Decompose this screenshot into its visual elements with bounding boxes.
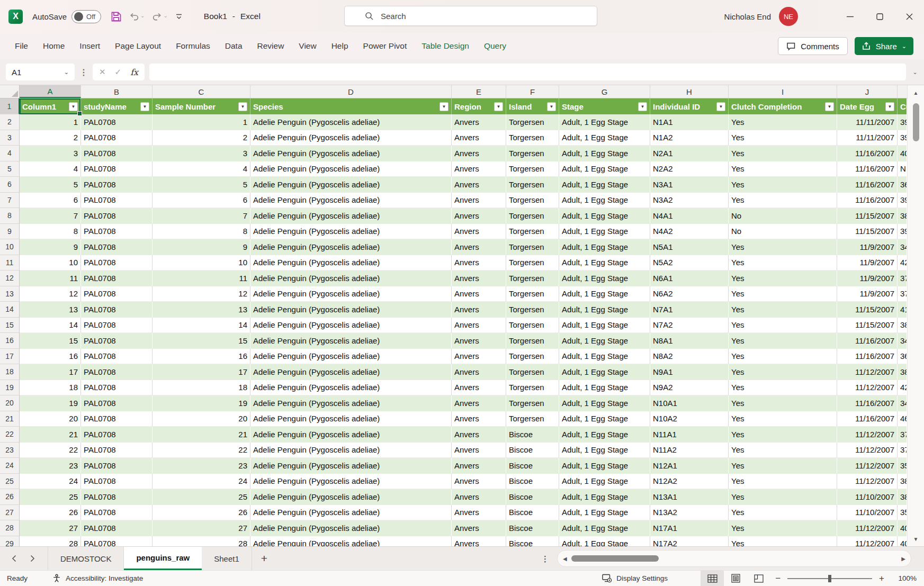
row-header-9[interactable]: 9 <box>0 224 20 240</box>
cell-F29[interactable]: Biscoe <box>506 536 559 547</box>
cell-D29[interactable]: Adelie Penguin (Pygoscelis adeliae) <box>250 536 452 547</box>
cell-K4[interactable]: 40 <box>898 146 907 161</box>
cell-E7[interactable]: Anvers <box>452 193 506 209</box>
cell-A16[interactable]: 15 <box>20 333 81 349</box>
cell-A4[interactable]: 3 <box>20 146 81 161</box>
cell-E12[interactable]: Anvers <box>452 271 506 286</box>
cell-B22[interactable]: PAL0708 <box>81 427 152 443</box>
cell-A24[interactable]: 23 <box>20 458 81 474</box>
cell-B7[interactable]: PAL0708 <box>81 193 152 209</box>
cell-D13[interactable]: Adelie Penguin (Pygoscelis adeliae) <box>250 286 452 302</box>
cell-C13[interactable]: 12 <box>152 286 250 302</box>
cell-B28[interactable]: PAL0708 <box>81 520 152 536</box>
cell-G3[interactable]: Adult, 1 Egg Stage <box>559 130 650 146</box>
row-header-18[interactable]: 18 <box>0 364 20 380</box>
cell-H14[interactable]: N7A1 <box>650 302 729 318</box>
cell-F12[interactable]: Torgersen <box>506 271 559 286</box>
header-cell-species[interactable]: Species▼ <box>250 98 452 114</box>
sheet-tab-options-icon[interactable]: ⋮ <box>541 547 549 571</box>
cell-K15[interactable]: 38 <box>898 318 907 333</box>
ribbon-tab-power-pivot[interactable]: Power Pivot <box>356 33 415 59</box>
cell-G20[interactable]: Adult, 1 Egg Stage <box>559 395 650 411</box>
cell-D7[interactable]: Adelie Penguin (Pygoscelis adeliae) <box>250 193 452 209</box>
undo-button[interactable]: ⌄ <box>129 12 145 21</box>
cell-H12[interactable]: N6A1 <box>650 271 729 286</box>
cell-G11[interactable]: Adult, 1 Egg Stage <box>559 255 650 271</box>
cell-E2[interactable]: Anvers <box>452 114 506 130</box>
cell-G9[interactable]: Adult, 1 Egg Stage <box>559 224 650 240</box>
cell-H28[interactable]: N17A1 <box>650 520 729 536</box>
cell-H29[interactable]: N17A2 <box>650 536 729 547</box>
cell-F21[interactable]: Torgersen <box>506 411 559 427</box>
cell-G24[interactable]: Adult, 1 Egg Stage <box>559 458 650 474</box>
cell-K22[interactable]: 37 <box>898 427 907 443</box>
cell-I10[interactable]: Yes <box>729 239 837 255</box>
cell-K13[interactable]: 37 <box>898 286 907 302</box>
cell-I2[interactable]: Yes <box>729 114 837 130</box>
normal-view-button[interactable] <box>701 571 724 586</box>
cell-H19[interactable]: N9A2 <box>650 380 729 396</box>
cell-J16[interactable]: 11/16/2007 <box>837 333 898 349</box>
select-all-corner[interactable] <box>0 85 20 98</box>
cell-C3[interactable]: 2 <box>152 130 250 146</box>
cell-C11[interactable]: 10 <box>152 255 250 271</box>
cell-C17[interactable]: 16 <box>152 349 250 365</box>
cell-G6[interactable]: Adult, 1 Egg Stage <box>559 177 650 193</box>
cell-I8[interactable]: No <box>729 208 837 224</box>
cell-E21[interactable]: Anvers <box>452 411 506 427</box>
cell-C6[interactable]: 5 <box>152 177 250 193</box>
row-header-12[interactable]: 12 <box>0 271 20 286</box>
cell-G7[interactable]: Adult, 1 Egg Stage <box>559 193 650 209</box>
cell-B15[interactable]: PAL0708 <box>81 318 152 333</box>
header-cell-studyname[interactable]: studyName▼ <box>81 98 152 114</box>
cell-H15[interactable]: N7A2 <box>650 318 729 333</box>
cell-B19[interactable]: PAL0708 <box>81 380 152 396</box>
header-cell-region[interactable]: Region▼ <box>452 98 506 114</box>
cell-A3[interactable]: 2 <box>20 130 81 146</box>
cell-C29[interactable]: 28 <box>152 536 250 547</box>
cell-F24[interactable]: Biscoe <box>506 458 559 474</box>
page-break-preview-button[interactable] <box>747 571 770 586</box>
cell-J17[interactable]: 11/16/2007 <box>837 349 898 365</box>
cell-D16[interactable]: Adelie Penguin (Pygoscelis adeliae) <box>250 333 452 349</box>
row-header-27[interactable]: 27 <box>0 505 20 521</box>
cell-A25[interactable]: 24 <box>20 474 81 490</box>
cell-K14[interactable]: 41 <box>898 302 907 318</box>
cell-F13[interactable]: Torgersen <box>506 286 559 302</box>
cell-J15[interactable]: 11/15/2007 <box>837 318 898 333</box>
name-box-dropdown-icon[interactable]: ⌄ <box>64 69 69 76</box>
cell-J22[interactable]: 11/12/2007 <box>837 427 898 443</box>
cell-F11[interactable]: Torgersen <box>506 255 559 271</box>
scroll-down-icon[interactable]: ▼ <box>913 534 919 544</box>
cell-A29[interactable]: 28 <box>20 536 81 547</box>
cell-J7[interactable]: 11/16/2007 <box>837 193 898 209</box>
cell-C28[interactable]: 27 <box>152 520 250 536</box>
cell-E8[interactable]: Anvers <box>452 208 506 224</box>
cell-K6[interactable]: 36 <box>898 177 907 193</box>
cell-E16[interactable]: Anvers <box>452 333 506 349</box>
row-header-25[interactable]: 25 <box>0 474 20 490</box>
cell-I3[interactable]: Yes <box>729 130 837 146</box>
row-header-7[interactable]: 7 <box>0 193 20 209</box>
filter-button-date-egg[interactable]: ▼ <box>885 102 894 111</box>
cell-F22[interactable]: Biscoe <box>506 427 559 443</box>
cell-D25[interactable]: Adelie Penguin (Pygoscelis adeliae) <box>250 474 452 490</box>
column-header-E[interactable]: E <box>452 85 506 98</box>
column-header-I[interactable]: I <box>729 85 837 98</box>
cell-G27[interactable]: Adult, 1 Egg Stage <box>559 505 650 521</box>
cell-I5[interactable]: Yes <box>729 161 837 177</box>
cell-C21[interactable]: 20 <box>152 411 250 427</box>
cell-F3[interactable]: Torgersen <box>506 130 559 146</box>
scroll-left-icon[interactable]: ◀ <box>563 556 567 562</box>
cell-E10[interactable]: Anvers <box>452 239 506 255</box>
header-cell-cu[interactable]: Cu <box>898 98 907 114</box>
undo-dropdown-icon[interactable]: ⌄ <box>140 13 145 19</box>
cell-F23[interactable]: Biscoe <box>506 443 559 458</box>
row-header-17[interactable]: 17 <box>0 349 20 365</box>
row-header-1[interactable]: 1 <box>0 98 20 114</box>
cell-J24[interactable]: 11/12/2007 <box>837 458 898 474</box>
cell-C8[interactable]: 7 <box>152 208 250 224</box>
cell-F19[interactable]: Torgersen <box>506 380 559 396</box>
excel-app-icon[interactable]: X <box>8 10 23 24</box>
cell-I29[interactable]: Yes <box>729 536 837 547</box>
